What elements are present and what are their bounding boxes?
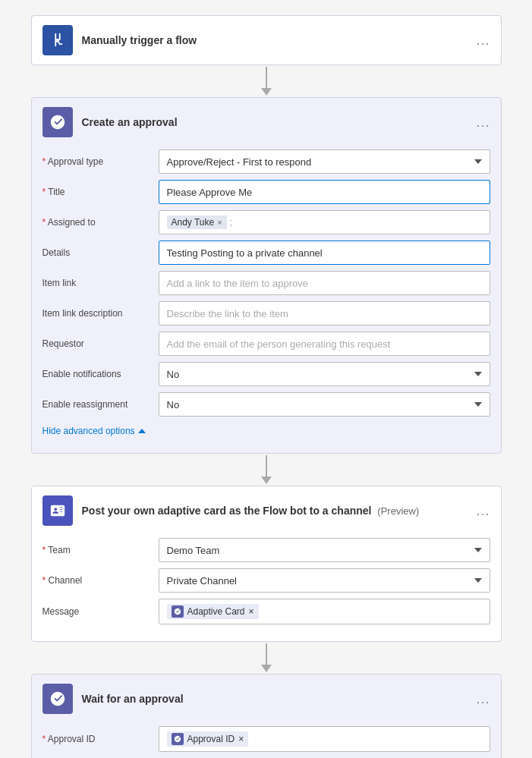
teams-header: Post your own adaptive card as the Flow …	[32, 486, 501, 535]
channel-label: * Channel	[42, 575, 153, 586]
details-label: Details	[42, 247, 153, 258]
approval-id-input[interactable]: Approval ID ×	[159, 726, 490, 752]
message-row: Message Adaptive Card ×	[42, 599, 490, 624]
approval-id-remove[interactable]: ×	[238, 734, 244, 744]
hide-advanced-chevron	[138, 429, 146, 433]
approval-id-tag: Approval ID ×	[167, 731, 249, 747]
enable-notifications-row: Enable notifications No	[42, 362, 490, 386]
team-chevron	[474, 548, 482, 552]
channel-row: * Channel Private Channel	[42, 568, 490, 593]
wait-title: Wait for an approval	[82, 693, 467, 705]
item-link-desc-label: Item link description	[42, 308, 153, 319]
notifications-chevron	[474, 372, 482, 376]
connector-1	[261, 67, 272, 96]
approval-block: Create an approval ... * Approval type A…	[31, 97, 502, 454]
teams-form: * Team Demo Team * Channel Private Chann…	[32, 535, 501, 641]
connector-arrow-1	[261, 88, 272, 96]
connector-line-1	[266, 67, 267, 88]
connector-line-3	[266, 643, 267, 665]
approval-id-label: * Approval ID	[42, 734, 153, 744]
message-input[interactable]: Adaptive Card ×	[159, 599, 490, 624]
approval-menu[interactable]: ...	[476, 115, 490, 131]
team-row: * Team Demo Team	[42, 538, 490, 562]
wait-form: * Approval ID Approval ID ×	[32, 723, 501, 758]
item-link-desc-input[interactable]: Describe the link to the item	[159, 301, 490, 326]
approval-type-label: * Approval type	[42, 156, 153, 167]
team-select[interactable]: Demo Team	[159, 538, 490, 562]
title-row: * Title Please Approve Me	[42, 180, 490, 204]
connector-arrow-2	[261, 477, 272, 484]
enable-notifications-label: Enable notifications	[42, 369, 153, 379]
requestor-row: Requestor Add the email of the person ge…	[42, 332, 490, 356]
approval-icon	[42, 107, 73, 137]
assigned-to-row: * Assigned to Andy Tuke × ;	[42, 210, 490, 234]
reassignment-chevron	[474, 402, 482, 407]
adaptive-card-tag: Adaptive Card ×	[167, 604, 259, 619]
details-row: Details Testing Posting to a private cha…	[42, 241, 490, 265]
item-link-input[interactable]: Add a link to the item to approve	[159, 271, 490, 295]
connector-2	[261, 455, 272, 484]
approval-header: Create an approval ...	[32, 98, 501, 146]
requestor-label: Requestor	[42, 338, 153, 349]
teams-block: Post your own adaptive card as the Flow …	[31, 486, 502, 642]
requestor-input[interactable]: Add the email of the person generating t…	[159, 332, 490, 356]
adaptive-card-mini-icon	[172, 605, 184, 618]
channel-chevron	[474, 578, 482, 583]
assigned-to-input[interactable]: Andy Tuke × ;	[159, 210, 490, 234]
approval-id-row: * Approval ID Approval ID ×	[42, 726, 490, 752]
enable-reassignment-select[interactable]: No	[159, 392, 490, 417]
teams-icon	[42, 495, 73, 526]
wait-icon	[42, 684, 73, 714]
wait-header: Wait for an approval ...	[32, 675, 501, 723]
teams-title: Post your own adaptive card as the Flow …	[82, 505, 467, 517]
approval-type-select[interactable]: Approve/Reject - First to respond	[159, 149, 490, 174]
item-link-label: Item link	[42, 278, 153, 288]
approval-type-chevron	[474, 159, 482, 164]
trigger-icon	[42, 25, 73, 55]
adaptive-card-remove[interactable]: ×	[249, 606, 254, 617]
page-wrapper: Manually trigger a flow ... Create an ap…	[0, 0, 532, 758]
connector-3	[261, 643, 272, 672]
title-label: * Title	[42, 187, 153, 197]
item-link-desc-row: Item link description Describe the link …	[42, 301, 490, 326]
approval-type-row: * Approval type Approve/Reject - First t…	[42, 149, 490, 174]
trigger-title: Manually trigger a flow	[82, 34, 467, 46]
approval-id-mini-icon	[172, 733, 184, 745]
hide-advanced-options[interactable]: Hide advanced options	[42, 423, 490, 442]
wait-menu[interactable]: ...	[476, 691, 490, 707]
teams-menu[interactable]: ...	[476, 503, 490, 519]
channel-select[interactable]: Private Channel	[159, 568, 490, 593]
approval-title: Create an approval	[82, 116, 467, 128]
assigned-to-remove[interactable]: ×	[217, 218, 222, 227]
connector-arrow-3	[261, 665, 272, 672]
trigger-menu[interactable]: ...	[476, 33, 490, 49]
enable-reassignment-row: Enable reassignment No	[42, 392, 490, 417]
enable-notifications-select[interactable]: No	[159, 362, 490, 386]
connector-line-2	[266, 455, 267, 477]
item-link-row: Item link Add a link to the item to appr…	[42, 271, 490, 295]
approval-form: * Approval type Approve/Reject - First t…	[32, 146, 501, 453]
assigned-to-label: * Assigned to	[42, 217, 153, 228]
message-label: Message	[42, 606, 153, 617]
team-label: * Team	[42, 545, 153, 555]
assigned-to-tag: Andy Tuke ×	[167, 215, 227, 229]
trigger-header: Manually trigger a flow ...	[32, 16, 501, 64]
title-input[interactable]: Please Approve Me	[159, 180, 490, 204]
trigger-block: Manually trigger a flow ...	[31, 15, 502, 65]
enable-reassignment-label: Enable reassignment	[42, 399, 153, 410]
wait-block: Wait for an approval ... * Approval ID A…	[31, 674, 502, 758]
details-input[interactable]: Testing Posting to a private channel	[159, 241, 490, 265]
